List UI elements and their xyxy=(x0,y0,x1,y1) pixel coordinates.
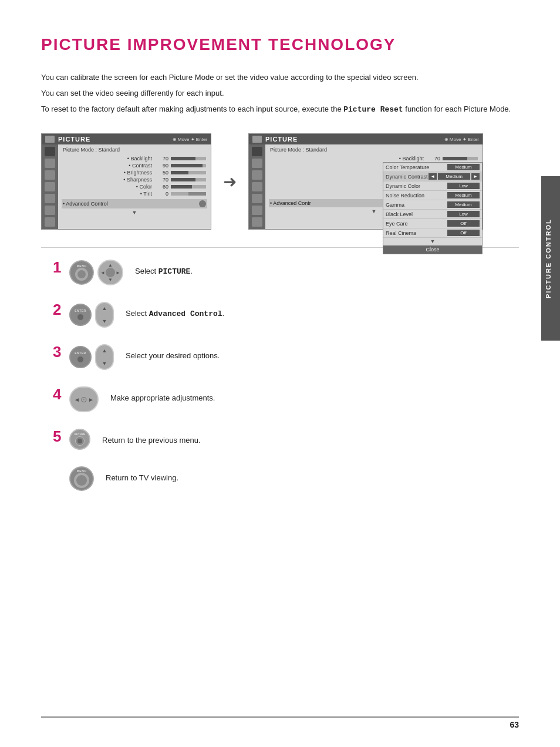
bottom-line xyxy=(41,716,519,718)
tv-row-backlight-1: • Backlight 70 xyxy=(62,155,207,162)
step-4-number: 4 xyxy=(53,386,65,402)
page-number: 63 xyxy=(510,720,519,729)
tv-row-brightness-1: • Brightness 50 xyxy=(62,169,207,176)
tv-down-arrow-1: ▼ xyxy=(62,208,207,217)
tv-dropdown: Color Temperature Medium Dynamic Contras… xyxy=(383,162,483,254)
dropdown-nav-left[interactable]: ◄ xyxy=(429,173,437,180)
dropdown-row-real-cinema: Real Cinema Off xyxy=(383,228,482,238)
sidebar-icon-6 xyxy=(45,206,55,215)
dropdown-row-noise-reduction: Noise Reduction Medium xyxy=(383,191,482,200)
page-title: PICTURE IMPROVEMENT TECHNOLOGY xyxy=(41,35,519,54)
intro-line3: To reset to the factory default after ma… xyxy=(41,103,519,116)
step-6: 6 MENU Return to TV viewing. xyxy=(41,466,519,491)
dropdown-down-arrow: ▼ xyxy=(383,238,482,245)
step-1: 1 MENU ▲ ▼ ◄ ► Select PICTURE. xyxy=(41,260,519,285)
dropdown-row-black-level: Black Level Low xyxy=(383,210,482,219)
return-button-5: RETURN xyxy=(69,429,90,450)
sidebar-icon-3 xyxy=(45,170,55,180)
sidebar-icon-2-7 xyxy=(252,217,262,227)
tv-header-icon-2 xyxy=(252,136,262,143)
tv-advanced-1: • Advanced Control xyxy=(62,199,207,208)
updown-button-2: ▲ ▼ xyxy=(95,302,114,328)
dropdown-row-color-temp: Color Temperature Medium xyxy=(383,163,482,172)
step-2-icons: ENTER ▲ ▼ xyxy=(69,302,114,328)
menu-button-1: MENU xyxy=(69,260,94,285)
tv-row-color-1: • Color 60 xyxy=(62,183,207,190)
sidebar-icon-5 xyxy=(45,194,55,203)
dropdown-row-eye-care: Eye Care Off xyxy=(383,219,482,228)
tv-menu-1-header: PICTURE ⊕ Move ✦ Enter xyxy=(42,134,211,144)
enter-button-3: ENTER xyxy=(69,346,92,368)
side-label: PICTURE CONTROL xyxy=(541,176,560,341)
sidebar-icon-2-2 xyxy=(252,159,262,168)
step-3: 3 ENTER ▲ ▼ Select your desired options. xyxy=(41,344,519,370)
tv-row-contrast-1: • Contrast 90 xyxy=(62,162,207,169)
sidebar-icon-2-4 xyxy=(252,182,262,191)
step-6-icons: MENU xyxy=(69,466,94,491)
tv-mode-2: Picture Mode : Standard xyxy=(269,147,479,153)
sidebar-icon-2-6 xyxy=(252,206,262,215)
enter-button-2: ENTER xyxy=(69,304,92,326)
tv-menu-1-header-right: ⊕ Move ✦ Enter xyxy=(173,137,207,142)
tv-menu-1-title: PICTURE xyxy=(58,136,90,143)
intro-line1: You can calibrate the screen for each Pi… xyxy=(41,72,519,84)
tv-menu-2-sidebar xyxy=(249,144,265,229)
step-5-icons: RETURN xyxy=(69,429,90,450)
step-2-number: 2 xyxy=(53,302,65,317)
step-1-number: 1 xyxy=(53,260,65,275)
step-3-text: Select your desired options. xyxy=(126,344,220,362)
dropdown-row-gamma: Gamma Medium xyxy=(383,200,482,210)
tv-menu-1-sidebar xyxy=(42,144,58,229)
tv-row-sharpness-1: • Sharpness 70 xyxy=(62,176,207,183)
tv-menu-2-content: Picture Mode : Standard • Backlight 70 •… xyxy=(265,144,483,229)
lr-button-4: ◄ ⊙ ► xyxy=(69,386,99,412)
tv-menu-2-header: PICTURE ⊕ Move ✦ Enter xyxy=(249,134,483,144)
step-5-text: Return to the previous menu. xyxy=(102,429,201,446)
dropdown-row-dynamic-contrast: Dynamic Contrast ◄ Medium ► xyxy=(383,172,482,181)
sidebar-icon-2-1 xyxy=(252,147,262,156)
tv-menu-1-body: Picture Mode : Standard • Backlight 70 •… xyxy=(42,144,211,229)
steps-section: 1 MENU ▲ ▼ ◄ ► Select PICTURE. xyxy=(41,247,519,491)
intro-line2: You can set the video seeing differently… xyxy=(41,88,519,100)
tv-menu-1: PICTURE ⊕ Move ✦ Enter Picture Mode : St… xyxy=(41,133,211,230)
updown-button-3: ▲ ▼ xyxy=(95,344,114,370)
step-6-text: Return to TV viewing. xyxy=(106,466,178,484)
dropdown-row-dynamic-color: Dynamic Color Low xyxy=(383,181,482,191)
sidebar-icon-7 xyxy=(45,217,55,227)
step-3-icons: ENTER ▲ ▼ xyxy=(69,344,114,370)
step-1-text: Select PICTURE. xyxy=(135,260,193,278)
step-4: 4 ◄ ⊙ ► Make appropriate adjustments. xyxy=(41,386,519,412)
dropdown-nav-right[interactable]: ► xyxy=(471,173,480,180)
nav-button-1: ▲ ▼ ◄ ► xyxy=(97,260,123,285)
tv-menu-1-content: Picture Mode : Standard • Backlight 70 •… xyxy=(58,144,211,229)
tv-menu-2-header-right: ⊕ Move ✦ Enter xyxy=(444,137,479,142)
step-4-icons: ◄ ⊙ ► xyxy=(69,386,99,412)
tv-row-tint-1: • Tint 0 xyxy=(62,190,207,197)
sidebar-icon-2-3 xyxy=(252,170,262,180)
screenshots-row: PICTURE ⊕ Move ✦ Enter Picture Mode : St… xyxy=(41,133,519,230)
step-2-text: Select Advanced Control. xyxy=(126,302,224,320)
step-1-icons: MENU ▲ ▼ ◄ ► xyxy=(69,260,123,285)
menu-button-6: MENU xyxy=(69,466,94,491)
tv-menu-2: PICTURE ⊕ Move ✦ Enter Picture Mode : St… xyxy=(248,133,483,230)
tv-menu-2-title: PICTURE xyxy=(265,136,298,143)
main-content: PICTURE IMPROVEMENT TECHNOLOGY You can c… xyxy=(0,0,560,531)
step-5-number: 5 xyxy=(53,429,65,444)
gear-icon-1 xyxy=(199,200,206,207)
sidebar-icon-1 xyxy=(45,147,55,156)
step-5: 5 RETURN Return to the previous menu. xyxy=(41,429,519,450)
step-2: 2 ENTER ▲ ▼ Select Advanced Control. xyxy=(41,302,519,328)
tv-header-icon-1 xyxy=(45,136,55,143)
sidebar-icon-2 xyxy=(45,159,55,168)
tv-menu-2-body: Picture Mode : Standard • Backlight 70 •… xyxy=(249,144,483,229)
step-4-text: Make appropriate adjustments. xyxy=(110,386,215,404)
sidebar-icon-2-5 xyxy=(252,194,262,203)
sidebar-icon-4 xyxy=(45,182,55,191)
step-3-number: 3 xyxy=(53,344,65,359)
dropdown-close[interactable]: Close xyxy=(383,245,482,254)
arrow-right-icon: ➜ xyxy=(223,172,237,191)
tv-row-backlight-2: • Backlight 70 xyxy=(269,155,479,162)
tv-mode-1: Picture Mode : Standard xyxy=(62,147,207,153)
